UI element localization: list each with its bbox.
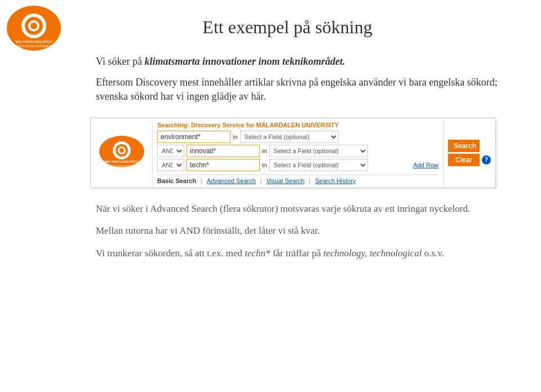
clear-button[interactable]: Clear <box>448 154 480 166</box>
help-icon[interactable]: ? <box>482 155 491 164</box>
para3-italic-2: technology, technological <box>323 248 422 259</box>
search-input-1[interactable] <box>157 131 230 143</box>
para3-plain: Vi trunkerar sökorden, så att t.ex. med <box>96 248 245 259</box>
svg-text:MÄLARDALENS HÖGS: MÄLARDALENS HÖGS <box>15 40 52 43</box>
svg-text:ESKILSTUNA VÄSTERÅS: ESKILSTUNA VÄSTERÅS <box>107 164 136 168</box>
para3-end: o.s.v. <box>422 248 444 259</box>
search-logo: MÄLARDALENS HÖGS ESKILSTUNA VÄSTERÅS <box>91 118 153 188</box>
in-label-3: in <box>262 162 267 168</box>
svg-text:ESKILSTUNA VÄSTERÅS: ESKILSTUNA VÄSTERÅS <box>17 44 51 48</box>
in-label-2: in <box>262 148 267 154</box>
search-input-2[interactable] <box>187 145 260 157</box>
in-label-1: in <box>233 133 238 140</box>
page-title: Ett exempel på sökning <box>96 17 479 38</box>
search-input-3[interactable] <box>187 159 260 171</box>
tab-basic-search[interactable]: Basic Search <box>157 177 196 184</box>
tab-search-history[interactable]: Search History <box>315 177 356 184</box>
operator-select-3[interactable]: AND <box>157 159 184 171</box>
field-select-3[interactable]: Select a Field (optional) <box>269 159 368 171</box>
search-screenshot: MÄLARDALENS HÖGS ESKILSTUNA VÄSTERÅS Sea… <box>90 118 496 188</box>
intro-paragraph-1: Vi söker på klimatsmarta innovationer in… <box>96 55 524 69</box>
tab-visual-search[interactable]: Visual Search <box>267 177 305 184</box>
para3-mid: får träffar på <box>270 248 323 259</box>
body-paragraph-2: Mellan rutorna har vi AND förinställt, d… <box>96 224 524 238</box>
body-paragraph-3: Vi trunkerar sökorden, så att t.ex. med … <box>96 246 524 261</box>
search-row-1: in Select a Field (optional) <box>157 131 438 143</box>
search-db-label: Searching: Discovery Service for MÄLARDA… <box>157 122 438 128</box>
search-row-2: AND in Select a Field (optional) <box>157 145 438 157</box>
search-form: Searching: Discovery Service for MÄLARDA… <box>153 118 443 188</box>
svg-point-11 <box>119 148 124 153</box>
logo: MÄLARDALENS HÖGS ESKILSTUNA VÄSTERÅS <box>5 5 64 55</box>
svg-point-4 <box>30 23 37 29</box>
search-tabs: Basic Search | Advanced Search | Visual … <box>157 175 438 184</box>
tab-advanced-search[interactable]: Advanced Search <box>207 177 256 184</box>
search-button[interactable]: Search <box>448 140 480 152</box>
clear-help-row: Clear ? <box>448 154 491 166</box>
searching-db: Discovery Service for MÄLARDALEN UNIVERS… <box>191 122 339 128</box>
field-select-2[interactable]: Select a Field (optional) <box>269 145 368 157</box>
operator-select-2[interactable]: AND <box>157 145 184 157</box>
field-select-1[interactable]: Select a Field (optional) <box>240 131 339 143</box>
intro-plain-1: Vi söker på <box>96 56 144 67</box>
search-row-3: AND in Select a Field (optional) Add Row <box>157 159 438 171</box>
search-buttons-area: Search Clear ? <box>443 118 495 188</box>
searching-text: Searching: <box>157 122 189 128</box>
intro-bold-1: klimatsmarta innovationer inom teknikomr… <box>144 56 345 67</box>
para3-italic-1: techn* <box>245 248 270 259</box>
body-paragraph-1: När vi söker i Advanced Search (flera sö… <box>96 202 524 216</box>
svg-text:MÄLARDALENS HÖGS: MÄLARDALENS HÖGS <box>104 160 139 163</box>
intro-paragraph-2: Eftersom Discovery mest innehåller artik… <box>96 75 524 104</box>
add-row-link[interactable]: Add Row <box>413 162 438 168</box>
